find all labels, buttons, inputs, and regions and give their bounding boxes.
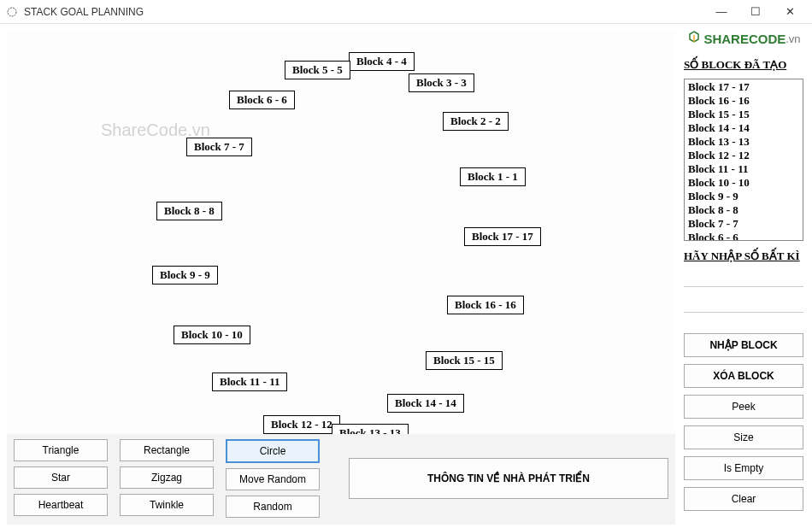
minimize-button[interactable]: — (704, 1, 738, 23)
block[interactable]: Block 15 - 15 (426, 351, 503, 370)
logo-text: SHARECODE (703, 32, 786, 46)
circle-button[interactable]: Circle (226, 439, 320, 463)
block[interactable]: Block 4 - 4 (349, 52, 415, 71)
heartbeat-button[interactable]: Heartbeat (14, 494, 108, 516)
list-item[interactable]: Block 14 - 14 (686, 121, 801, 135)
developer-info-button[interactable]: THÔNG TIN VỀ NHÀ PHÁT TRIỂN (349, 458, 668, 499)
twinkle-button[interactable]: Twinkle (120, 494, 214, 516)
triangle-button[interactable]: Triangle (14, 439, 108, 461)
created-blocks-heading: SỐ BLOCK ĐÃ TẠO (684, 58, 803, 72)
list-item[interactable]: Block 11 - 11 (686, 162, 801, 176)
block[interactable]: Block 9 - 9 (152, 266, 218, 285)
input-heading: HÃY NHẬP SỐ BẤT KÌ (684, 249, 803, 263)
block[interactable]: Block 1 - 1 (460, 167, 526, 186)
random-button[interactable]: Random (226, 496, 320, 518)
number-input-1[interactable] (684, 270, 803, 287)
block[interactable]: Block 12 - 12 (263, 415, 340, 434)
list-item[interactable]: Block 9 - 9 (686, 190, 801, 203)
block[interactable]: Block 10 - 10 (174, 326, 250, 344)
move-random-button[interactable]: Move Random (226, 468, 320, 490)
block[interactable]: Block 6 - 6 (229, 91, 295, 109)
app-icon (5, 5, 19, 19)
nh-p-block-button[interactable]: NHẬP BLOCK (684, 333, 803, 357)
clear-button[interactable]: Clear (684, 487, 803, 511)
list-item[interactable]: Block 13 - 13 (686, 135, 801, 149)
window-title: STACK GOAL PLANNING (24, 6, 704, 18)
canvas-area: ShareCode.vn Block 4 - 4Block 5 - 5Block… (7, 31, 675, 525)
svg-point-0 (8, 8, 16, 16)
block[interactable]: Block 3 - 3 (409, 73, 474, 92)
titlebar: STACK GOAL PLANNING — ☐ ✕ (0, 0, 812, 24)
sharecode-logo: SHARECODE.vn (684, 31, 803, 46)
block[interactable]: Block 17 - 17 (464, 227, 541, 246)
bottom-button-bar: TriangleStarHeartbeat RectangleZigzagTwi… (7, 434, 675, 525)
list-item[interactable]: Block 7 - 7 (686, 217, 801, 231)
block[interactable]: Block 2 - 2 (443, 112, 509, 131)
list-item[interactable]: Block 15 - 15 (686, 108, 801, 121)
list-item[interactable]: Block 16 - 16 (686, 94, 801, 108)
maximize-button[interactable]: ☐ (738, 1, 773, 23)
size-button[interactable]: Size (684, 425, 803, 449)
block[interactable]: Block 5 - 5 (285, 61, 350, 79)
zigzag-button[interactable]: Zigzag (120, 466, 214, 489)
rectangle-button[interactable]: Rectangle (120, 439, 214, 461)
logo-suffix: .vn (786, 32, 800, 45)
close-button[interactable]: ✕ (773, 1, 807, 23)
is-empty-button[interactable]: Is Empty (684, 456, 803, 480)
list-item[interactable]: Block 8 - 8 (686, 203, 801, 217)
block[interactable]: Block 7 - 7 (186, 138, 252, 156)
list-item[interactable]: Block 17 - 17 (686, 80, 801, 94)
sidebar: SHARECODE.vn SỐ BLOCK ĐÃ TẠO Block 17 - … (679, 24, 812, 528)
list-item[interactable]: Block 12 - 12 (686, 149, 801, 162)
block-listbox[interactable]: Block 17 - 17Block 16 - 16Block 15 - 15B… (684, 79, 803, 241)
block-canvas: ShareCode.vn Block 4 - 4Block 5 - 5Block… (7, 31, 675, 439)
list-item[interactable]: Block 6 - 6 (686, 231, 801, 241)
block[interactable]: Block 16 - 16 (447, 296, 524, 314)
block[interactable]: Block 8 - 8 (156, 202, 222, 220)
peek-button[interactable]: Peek (684, 395, 803, 419)
block[interactable]: Block 14 - 14 (387, 394, 464, 413)
block[interactable]: Block 11 - 11 (212, 373, 287, 391)
number-input-2[interactable] (684, 296, 803, 313)
list-item[interactable]: Block 10 - 10 (686, 176, 801, 190)
window-controls: — ☐ ✕ (704, 1, 807, 23)
star-button[interactable]: Star (14, 466, 108, 489)
x-a-block-button[interactable]: XÓA BLOCK (684, 364, 803, 388)
